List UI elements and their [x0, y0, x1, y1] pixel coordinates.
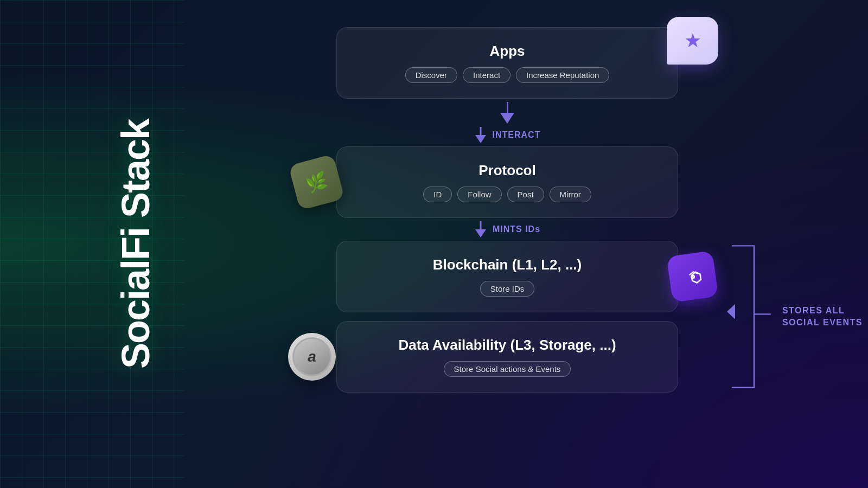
- polygon-svg: [679, 263, 706, 290]
- arrow-line-interact: [507, 102, 508, 113]
- apps-card: Apps Discover Interact Increase Reputati…: [336, 27, 678, 99]
- apps-title: Apps: [359, 43, 656, 60]
- page-title: SocialFi Stack: [113, 119, 158, 369]
- mints-arrow-icon: [474, 221, 487, 237]
- data-availability-tag-store: Store Social actions & Events: [444, 361, 571, 377]
- protocol-title: Protocol: [359, 162, 656, 179]
- lower-section: Blockchain (L1, L2, ...) Store IDs: [336, 241, 678, 393]
- apps-tag-interact: Interact: [463, 67, 510, 83]
- apps-tag-reputation: Increase Reputation: [516, 67, 609, 83]
- data-availability-tags: Store Social actions & Events: [359, 361, 656, 377]
- protocol-tag-mirror: Mirror: [550, 187, 591, 202]
- app-icon: ★: [667, 17, 721, 71]
- protocol-icon: 🌿: [293, 159, 340, 206]
- stores-bracket-svg: [722, 241, 776, 393]
- star-icon: ★: [684, 29, 701, 52]
- mints-label: MINTS IDs: [493, 224, 540, 234]
- arweave-icon: a: [288, 333, 336, 381]
- interact-arrow-icon: [474, 127, 487, 143]
- interact-label-row: INTERACT: [474, 127, 541, 143]
- stores-label: STORES ALLSOCIAL EVENTS: [782, 305, 863, 329]
- interact-arrow: [500, 102, 514, 124]
- protocol-tags: ID Follow Post Mirror: [359, 187, 656, 202]
- data-availability-card: Data Availability (L3, Storage, ...) Sto…: [336, 321, 678, 393]
- svg-marker-0: [500, 113, 514, 124]
- interact-label: INTERACT: [493, 130, 541, 140]
- arweave-letter: a: [292, 337, 331, 376]
- protocol-tag-id: ID: [423, 187, 452, 202]
- polygon-icon: [669, 254, 716, 300]
- polygon-logo: [666, 251, 718, 303]
- svg-marker-6: [727, 304, 735, 319]
- apps-tags: Discover Interact Increase Reputation: [359, 67, 656, 83]
- spacer: [336, 312, 678, 321]
- arrow-down-interact: [500, 113, 514, 124]
- protocol-section: Protocol ID Follow Post Mirror 🌿: [336, 146, 678, 218]
- svg-marker-4: [475, 229, 486, 237]
- protocol-card: Protocol ID Follow Post Mirror 🌿: [336, 146, 678, 218]
- apps-tag-discover: Discover: [405, 67, 457, 83]
- protocol-tag-post: Post: [507, 187, 544, 202]
- data-availability-title: Data Availability (L3, Storage, ...): [359, 337, 656, 354]
- blockchain-tag-store: Store IDs: [480, 281, 535, 297]
- arweave-circle: a: [288, 333, 336, 381]
- apps-section: Apps Discover Interact Increase Reputati…: [336, 27, 678, 99]
- svg-marker-2: [475, 135, 486, 143]
- blockchain-tags: Store IDs: [359, 281, 656, 297]
- lens-icon: 🌿: [288, 154, 344, 210]
- protocol-tag-follow: Follow: [457, 187, 501, 202]
- blockchain-section: Blockchain (L1, L2, ...) Store IDs: [336, 241, 678, 312]
- mints-arrow-row: MINTS IDs: [474, 221, 540, 237]
- app-icon-bubble: ★: [667, 17, 718, 65]
- main-content: Apps Discover Interact Increase Reputati…: [190, 27, 825, 461]
- data-availability-section: Data Availability (L3, Storage, ...) Sto…: [336, 321, 678, 393]
- blockchain-title: Blockchain (L1, L2, ...): [359, 256, 656, 273]
- blockchain-card: Blockchain (L1, L2, ...) Store IDs: [336, 241, 678, 312]
